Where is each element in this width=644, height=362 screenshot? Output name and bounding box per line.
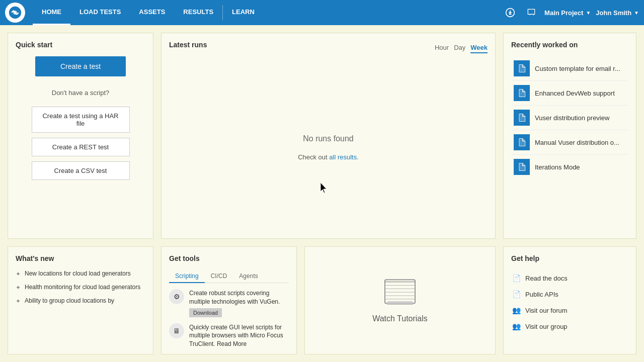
tool-item-0: ⚙ Create robust scripts covering multipl… (169, 289, 289, 317)
tab-scripting[interactable]: Scripting (169, 270, 205, 283)
get-tools-title: Get tools (169, 254, 289, 262)
whats-new-text-0: New locations for cloud load generators (25, 270, 131, 277)
nav-learn[interactable]: LEARN (223, 0, 264, 25)
doc-icon-1: 📄 (511, 289, 521, 299)
svg-point-1 (13, 11, 17, 14)
no-script-text: Don't have a script? (52, 89, 110, 97)
recent-item-4[interactable]: Iterations Mode (511, 155, 628, 179)
download-btn-0[interactable]: Download (189, 308, 222, 317)
tool-item-1: 🖥 Quickly create GUI level scripts for m… (169, 323, 289, 348)
tool-text-0: Create robust scripts covering multiple … (189, 289, 289, 317)
recent-label-4: Iterations Mode (535, 163, 626, 171)
all-results-link[interactable]: all results. (329, 153, 359, 161)
app-logo (5, 3, 25, 23)
book-icon (382, 278, 418, 309)
tool-icon-0: ⚙ (169, 289, 184, 304)
tab-cicd[interactable]: CI/CD (205, 270, 233, 283)
help-item-2[interactable]: 👥 Visit our forum (511, 302, 628, 318)
project-dropdown-btn[interactable]: Main Project ▼ (544, 9, 591, 17)
csv-test-button[interactable]: Create a CSV test (32, 161, 130, 180)
time-filter-day[interactable]: Day (454, 44, 465, 53)
user-dropdown-arrow: ▼ (634, 10, 639, 16)
help-item-3[interactable]: 👥 Visit our group (511, 318, 628, 334)
tool-icon-1: 🖥 (169, 323, 184, 338)
tool-text-1: Quickly create GUI level scripts for mul… (189, 323, 289, 348)
nav-results[interactable]: RESULTS (174, 0, 222, 25)
recent-label-1: Enhanced DevWeb support (535, 89, 626, 97)
runs-empty-state: No runs found Check out all results. (169, 64, 488, 231)
create-test-button[interactable]: Create a test (35, 56, 126, 76)
tab-agents[interactable]: Agents (233, 270, 264, 283)
recent-item-2[interactable]: Vuser distribution preview (511, 106, 628, 130)
recent-label-0: Custom template for email r... (535, 65, 626, 72)
latest-runs-panel: Latest runs Hour Day Week No runs found … (161, 33, 496, 239)
recent-icon-1 (514, 85, 530, 101)
recent-item-1[interactable]: Enhanced DevWeb support (511, 81, 628, 106)
recent-icon-0 (514, 60, 530, 76)
nav-home[interactable]: HOME (33, 0, 70, 25)
recent-label-3: Manual Vuser distribution o... (535, 139, 626, 146)
recent-item-3[interactable]: Manual Vuser distribution o... (511, 130, 628, 155)
latest-runs-title: Latest runs (169, 41, 207, 49)
bottom-section: What's new ✦ New locations for cloud loa… (0, 246, 644, 362)
doc-icon-0: 📄 (511, 273, 521, 283)
project-dropdown-arrow: ▼ (586, 10, 591, 16)
bullet-0: ✦ (16, 270, 21, 278)
watch-tutorials-label: Watch Tutorials (372, 314, 428, 323)
users-icon-1: 👥 (511, 321, 521, 331)
whats-new-item-0: ✦ New locations for cloud load generator… (16, 270, 145, 278)
time-filter-week[interactable]: Week (470, 44, 488, 53)
rest-test-button[interactable]: Create a REST test (32, 138, 130, 156)
check-out-label: Check out (298, 153, 328, 161)
whats-new-title: What's new (16, 254, 145, 262)
check-out-text: Check out all results. (298, 153, 359, 161)
recent-icon-2 (514, 110, 530, 126)
svg-rect-4 (385, 280, 415, 303)
get-help-title: Get help (511, 254, 628, 262)
whats-new-item-2: ✦ Ability to group cloud locations by (16, 297, 145, 305)
help-label-1: Public APIs (525, 291, 558, 298)
time-filters: Hour Day Week (435, 44, 488, 53)
help-item-0[interactable]: 📄 Read the docs (511, 270, 628, 286)
recent-item-0[interactable]: Custom template for email r... (511, 56, 628, 81)
tools-content: ⚙ Create robust scripts covering multipl… (169, 289, 289, 354)
recently-title: Recently worked on (511, 41, 628, 49)
users-icon-0: 👥 (511, 305, 521, 315)
latest-runs-header: Latest runs Hour Day Week (169, 41, 488, 56)
nav-assets[interactable]: ASSETS (130, 0, 174, 25)
get-tools-panel: Get tools Scripting CI/CD Agents ⚙ Creat… (161, 246, 297, 354)
bullet-2: ✦ (16, 298, 21, 305)
tools-tabs: Scripting CI/CD Agents (169, 270, 289, 283)
top-navigation: HOME LOAD TESTS ASSETS RESULTS LEARN Mai… (0, 0, 644, 25)
time-filter-hour[interactable]: Hour (435, 44, 449, 53)
quick-start-panel: Quick start Create a test Don't have a s… (8, 33, 153, 239)
get-help-panel: Get help 📄 Read the docs 📄 Public APIs 👥… (503, 246, 636, 354)
nav-load-tests[interactable]: LOAD TESTS (70, 0, 130, 25)
help-item-1[interactable]: 📄 Public APIs (511, 286, 628, 302)
nav-right-controls: Main Project ▼ John Smith ▼ (502, 5, 639, 21)
har-file-button[interactable]: Create a test using a HAR file (32, 107, 130, 133)
no-runs-text: No runs found (303, 134, 354, 143)
whats-new-text-1: Health monitoring for cloud load generat… (25, 284, 140, 291)
top-section: Quick start Create a test Don't have a s… (0, 25, 644, 246)
main-content: Quick start Create a test Don't have a s… (0, 25, 644, 362)
watch-tutorials-panel[interactable]: Watch Tutorials (304, 246, 496, 354)
bullet-1: ✦ (16, 284, 21, 291)
user-dropdown-btn[interactable]: John Smith ▼ (596, 9, 639, 17)
whats-new-list: ✦ New locations for cloud load generator… (16, 270, 145, 305)
help-label-0: Read the docs (525, 275, 568, 282)
nav-items-container: HOME LOAD TESTS ASSETS RESULTS LEARN (33, 0, 502, 25)
whats-new-text-2: Ability to group cloud locations by (25, 297, 114, 304)
recently-worked-panel: Recently worked on Custom template for e… (503, 33, 636, 239)
help-label-2: Visit our forum (525, 307, 568, 314)
recent-label-2: Vuser distribution preview (535, 114, 626, 122)
svg-rect-12 (387, 303, 413, 305)
chat-icon-btn[interactable] (523, 5, 539, 21)
recent-icon-4 (514, 159, 530, 175)
whats-new-item-1: ✦ Health monitoring for cloud load gener… (16, 284, 145, 291)
download-icon-btn[interactable] (502, 5, 518, 21)
help-label-3: Visit our group (525, 323, 568, 330)
recent-icon-3 (514, 134, 530, 150)
whats-new-panel: What's new ✦ New locations for cloud loa… (8, 246, 153, 354)
quick-start-title: Quick start (16, 41, 52, 49)
